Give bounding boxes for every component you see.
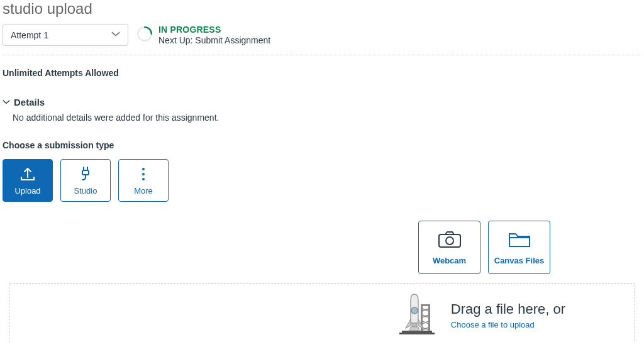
- upload-source-webcam-label: Webcam: [433, 256, 466, 265]
- upload-source-canvas-files[interactable]: Canvas Files: [488, 221, 550, 274]
- submission-type-studio-label: Studio: [74, 186, 97, 196]
- attempt-row: Attempt 1 IN PROGRESS Next Up: Submit As…: [3, 24, 641, 46]
- details-body: No additional details were added for thi…: [13, 113, 641, 123]
- status-label: IN PROGRESS: [158, 25, 270, 35]
- svg-point-12: [411, 307, 418, 314]
- svg-rect-1: [82, 170, 89, 175]
- plug-icon: [77, 166, 94, 182]
- svg-rect-11: [421, 304, 430, 306]
- attempts-allowed-label: Unlimited Attempts Allowed: [3, 68, 641, 78]
- status-next-up: Next Up: Submit Assignment: [158, 35, 270, 46]
- details-toggle[interactable]: Details: [3, 97, 45, 107]
- upload-source-row: Webcam Canvas Files: [3, 221, 641, 274]
- svg-rect-8: [399, 333, 435, 334]
- progress-spinner-icon: [136, 25, 153, 45]
- folder-icon: [507, 230, 532, 251]
- submission-type-more[interactable]: More: [118, 159, 169, 202]
- camera-icon: [437, 230, 462, 251]
- submission-type-upload[interactable]: Upload: [3, 159, 53, 202]
- submission-type-more-label: More: [134, 186, 153, 196]
- upload-icon: [19, 166, 36, 182]
- attempt-select[interactable]: Attempt 1: [3, 24, 128, 46]
- svg-point-6: [446, 237, 453, 245]
- chevron-down-icon: [111, 30, 120, 40]
- section-divider: [3, 55, 641, 55]
- submission-type-list: Upload Studio More: [3, 159, 641, 202]
- submission-type-studio[interactable]: Studio: [60, 159, 111, 202]
- chevron-down-icon: [3, 97, 10, 107]
- more-icon: [141, 166, 146, 182]
- file-dropzone[interactable]: Drag a file here, or Choose a file to up…: [9, 283, 635, 342]
- submission-type-upload-label: Upload: [14, 186, 40, 196]
- page-title: studio upload: [3, 0, 641, 18]
- svg-rect-13: [412, 323, 417, 327]
- svg-point-2: [142, 168, 145, 170]
- svg-point-4: [142, 178, 145, 180]
- details-header-text: Details: [14, 97, 45, 107]
- submission-type-label: Choose a submission type: [3, 140, 641, 150]
- progress-status: IN PROGRESS Next Up: Submit Assignment: [136, 25, 270, 46]
- upload-source-canvas-files-label: Canvas Files: [494, 256, 545, 265]
- upload-source-webcam[interactable]: Webcam: [418, 221, 480, 274]
- attempt-select-value: Attempt 1: [11, 30, 48, 40]
- svg-point-3: [142, 173, 145, 175]
- dropzone-drag-label: Drag a file here, or: [451, 301, 565, 317]
- choose-file-link[interactable]: Choose a file to upload: [451, 320, 565, 329]
- rocket-icon: [392, 292, 440, 339]
